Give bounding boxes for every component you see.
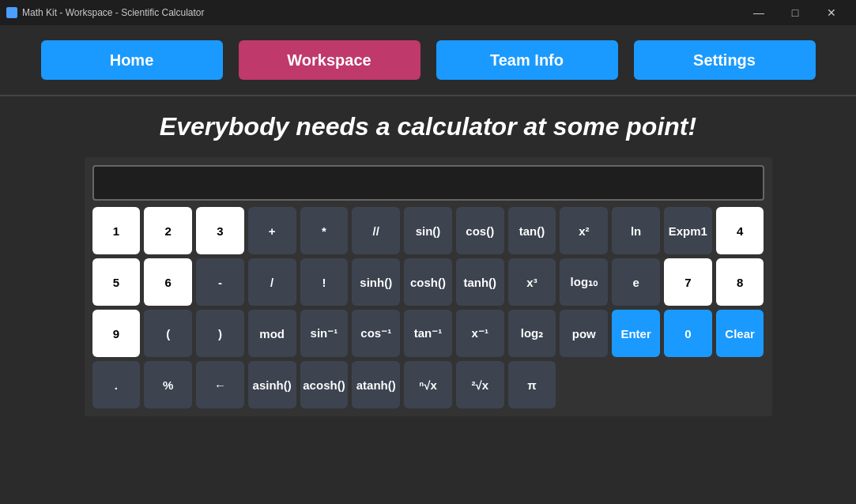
titlebar: Math Kit - Workspace - Scientific Calcul… [0,0,856,25]
calc-btn-[interactable]: / [248,258,296,306]
main-content: Everybody needs a calculator at some poi… [0,96,856,504]
calc-btn-x[interactable]: ²√x [456,361,504,408]
calc-btn-sinh[interactable]: sinh() [352,258,400,306]
calc-btn-cos[interactable]: cos() [456,207,504,254]
calc-btn-x[interactable]: x⁻¹ [456,310,504,357]
calculator: 123+*//sin()cos()tan()x²lnExpm1456-/!sin… [85,157,772,416]
calc-btn-1[interactable]: 1 [92,207,141,254]
calc-btn-[interactable]: ← [196,361,244,408]
teaminfo-button[interactable]: Team Info [436,40,618,80]
calc-btn-4[interactable]: 4 [716,207,764,254]
calc-btn-3[interactable]: 3 [196,207,244,254]
calc-btn-[interactable]: % [144,361,192,408]
headline: Everybody needs a calculator at some poi… [160,112,696,141]
calc-btn-ln[interactable]: ln [612,207,660,254]
calc-btn-tanh[interactable]: tanh() [456,258,504,306]
calc-btn-mod[interactable]: mod [248,310,296,357]
app-icon [6,7,17,18]
calc-btn-x[interactable]: x² [560,207,608,254]
settings-button[interactable]: Settings [634,40,816,80]
calc-btn-enter[interactable]: Enter [612,310,660,357]
calc-btn-[interactable]: ! [300,258,349,306]
calc-btn-cosh[interactable]: cosh() [404,258,452,306]
home-button[interactable]: Home [41,40,223,80]
minimize-button[interactable]: — [741,0,777,25]
calc-btn-tan[interactable]: tan() [508,207,556,254]
calc-btn-[interactable]: - [196,258,244,306]
calc-btn-5[interactable]: 5 [92,258,141,306]
calc-btn-sin[interactable]: sin() [404,207,452,254]
calc-btn-tan[interactable]: tan⁻¹ [404,310,452,357]
calc-btn-7[interactable]: 7 [664,258,712,306]
calc-btn-atanh[interactable]: atanh() [352,361,400,408]
calc-btn-log[interactable]: log₂ [508,310,556,357]
calc-btn-log[interactable]: log₁₀ [560,258,608,306]
calc-btn-pow[interactable]: pow [560,310,608,357]
calc-btn-6[interactable]: 6 [144,258,192,306]
calc-btn-2[interactable]: 2 [144,207,192,254]
calc-btn-[interactable]: + [248,207,296,254]
calc-btn-[interactable]: * [300,207,349,254]
buttons-grid: 123+*//sin()cos()tan()x²lnExpm1456-/!sin… [92,207,764,408]
calc-btn-sin[interactable]: sin⁻¹ [300,310,349,357]
titlebar-left: Math Kit - Workspace - Scientific Calcul… [6,7,205,18]
calc-btn-[interactable]: . [92,361,141,408]
calc-btn-9[interactable]: 9 [92,310,141,357]
calc-btn-[interactable]: ( [144,310,192,357]
titlebar-title: Math Kit - Workspace - Scientific Calcul… [22,7,205,18]
titlebar-controls: — □ ✕ [741,0,850,25]
calc-btn-clear[interactable]: Clear [716,310,764,357]
close-button[interactable]: ✕ [813,0,850,25]
calc-btn-x[interactable]: x³ [508,258,556,306]
calc-btn-acosh[interactable]: acosh() [300,361,349,408]
calc-btn-[interactable]: // [352,207,400,254]
calc-btn-expm1[interactable]: Expm1 [664,207,712,254]
calc-btn-asinh[interactable]: asinh() [248,361,296,408]
calc-btn-[interactable]: π [508,361,556,408]
calc-btn-e[interactable]: e [612,258,660,306]
calc-btn-[interactable]: ) [196,310,244,357]
calc-btn-8[interactable]: 8 [716,258,764,306]
calc-btn-0[interactable]: 0 [664,310,712,357]
workspace-button[interactable]: Workspace [239,40,420,80]
calc-btn-cos[interactable]: cos⁻¹ [352,310,400,357]
navbar: Home Workspace Team Info Settings [0,25,856,96]
calculator-display [92,165,764,201]
maximize-button[interactable]: □ [777,0,813,25]
calc-btn-x[interactable]: ⁿ√x [404,361,452,408]
